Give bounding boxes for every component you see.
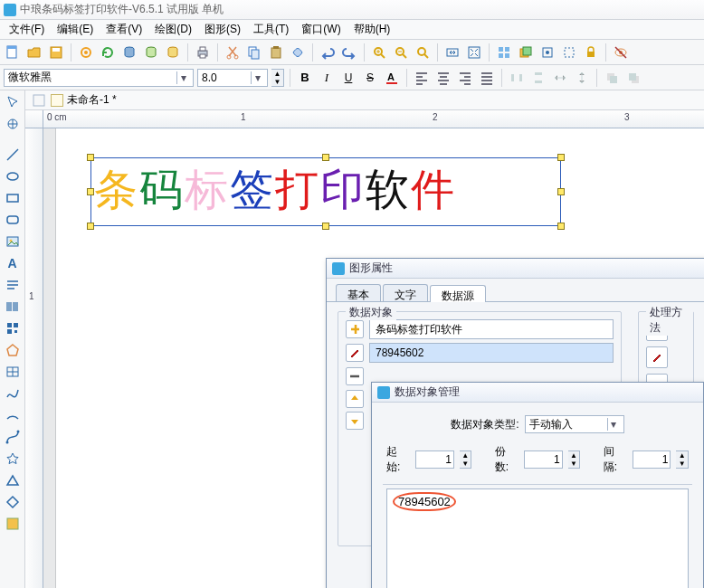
preview-icon[interactable] bbox=[612, 43, 630, 62]
spacing-icon[interactable] bbox=[551, 69, 569, 87]
barcode-tool-icon[interactable] bbox=[3, 297, 23, 317]
snap-icon[interactable] bbox=[538, 43, 557, 62]
open-icon[interactable] bbox=[25, 43, 43, 62]
align-left-icon[interactable] bbox=[413, 69, 431, 87]
database2-icon[interactable] bbox=[142, 43, 160, 62]
refresh-icon[interactable] bbox=[99, 43, 117, 62]
gear-icon[interactable] bbox=[77, 43, 95, 62]
method-edit-button[interactable] bbox=[646, 346, 668, 368]
doc-menu-icon[interactable] bbox=[31, 92, 47, 109]
resize-handle-s[interactable] bbox=[322, 223, 329, 230]
remove-data-button[interactable] bbox=[346, 367, 364, 385]
layers-icon[interactable] bbox=[517, 43, 535, 62]
menu-file[interactable]: 文件(F) bbox=[4, 20, 50, 39]
menu-window[interactable]: 窗口(W) bbox=[296, 20, 346, 39]
new-doc-icon[interactable] bbox=[4, 43, 22, 62]
dialog-titlebar[interactable]: 数据对象管理 bbox=[372, 383, 703, 403]
print-icon[interactable] bbox=[194, 43, 212, 62]
move-down-button[interactable] bbox=[346, 412, 364, 430]
count-input[interactable]: 1 bbox=[524, 450, 563, 469]
underline-icon[interactable]: U bbox=[339, 69, 357, 87]
zoom-out-icon[interactable] bbox=[392, 43, 410, 62]
doc-tab-title[interactable]: 未命名-1 * bbox=[67, 92, 117, 108]
diamond-tool-icon[interactable] bbox=[3, 492, 23, 512]
gap-input[interactable]: 1 bbox=[633, 450, 671, 469]
resize-handle-sw[interactable] bbox=[87, 223, 94, 230]
content-textarea[interactable]: 78945602 bbox=[386, 488, 689, 588]
move-up-button[interactable] bbox=[346, 390, 364, 408]
zoom-in-icon[interactable] bbox=[370, 43, 388, 62]
polygon-tool-icon[interactable] bbox=[3, 340, 23, 360]
curve-tool-icon[interactable] bbox=[3, 384, 23, 403]
grid-icon[interactable] bbox=[495, 43, 513, 62]
zoom-fit-icon[interactable] bbox=[414, 43, 432, 62]
type-combo[interactable]: 手动输入 ▾ bbox=[525, 415, 624, 433]
tab-datasource[interactable]: 数据源 bbox=[430, 285, 486, 302]
arc-tool-icon[interactable] bbox=[3, 405, 23, 425]
resize-handle-e[interactable] bbox=[557, 188, 565, 195]
table-tool-icon[interactable] bbox=[3, 362, 23, 382]
line-tool-icon[interactable] bbox=[3, 145, 23, 165]
gap-spinner[interactable]: ▲▼ bbox=[676, 450, 689, 469]
data-object-manage-dialog[interactable]: 数据对象管理 数据对象类型: 手动输入 ▾ 起始: 1 ▲▼ 份数: 1 ▲▼ … bbox=[371, 382, 704, 588]
resize-handle-se[interactable] bbox=[557, 223, 565, 230]
align-right-icon[interactable] bbox=[456, 69, 474, 87]
database-icon[interactable] bbox=[120, 43, 138, 62]
menu-tools[interactable]: 工具(T) bbox=[248, 20, 294, 39]
data-row-0[interactable]: 条码标签打印软件 bbox=[346, 319, 614, 339]
menu-draw[interactable]: 绘图(D) bbox=[149, 20, 197, 39]
star-tool-icon[interactable] bbox=[3, 449, 23, 469]
menu-shape[interactable]: 图形(S) bbox=[199, 20, 246, 39]
delete-icon[interactable] bbox=[289, 43, 307, 62]
image-tool-icon[interactable] bbox=[3, 232, 23, 251]
save-icon[interactable] bbox=[47, 43, 65, 62]
text-tool-icon[interactable]: A bbox=[3, 253, 23, 273]
lock-icon[interactable] bbox=[582, 43, 600, 62]
copy-icon[interactable] bbox=[245, 43, 263, 62]
resize-handle-n[interactable] bbox=[322, 154, 329, 161]
dist-h-icon[interactable] bbox=[508, 69, 526, 87]
menu-help[interactable]: 帮助(H) bbox=[348, 20, 396, 39]
bold-icon[interactable]: B bbox=[296, 69, 314, 87]
menu-view[interactable]: 查看(V) bbox=[100, 20, 147, 39]
roundrect-tool-icon[interactable] bbox=[3, 210, 23, 230]
arrow-tool-icon[interactable] bbox=[3, 92, 23, 112]
resize-handle-ne[interactable] bbox=[557, 154, 565, 161]
panel-titlebar[interactable]: 图形属性 bbox=[327, 259, 704, 279]
bezier-tool-icon[interactable] bbox=[3, 427, 23, 447]
menu-edit[interactable]: 编辑(E) bbox=[52, 20, 99, 39]
bring-front-icon[interactable] bbox=[603, 69, 621, 87]
redo-icon[interactable] bbox=[340, 43, 358, 62]
qrcode-tool-icon[interactable] bbox=[3, 318, 23, 338]
text-object[interactable]: 条码标签打印软件 bbox=[94, 161, 456, 219]
richtext-tool-icon[interactable] bbox=[3, 275, 23, 295]
text-color-icon[interactable]: A bbox=[383, 69, 401, 87]
color-tool-icon[interactable] bbox=[3, 514, 23, 534]
resize-handle-w[interactable] bbox=[87, 188, 94, 195]
strike-icon[interactable]: S bbox=[361, 69, 379, 87]
align-justify-icon[interactable] bbox=[478, 69, 496, 87]
count-spinner[interactable]: ▲▼ bbox=[568, 450, 581, 469]
italic-icon[interactable]: I bbox=[318, 69, 336, 87]
guides-icon[interactable] bbox=[560, 43, 578, 62]
database3-icon[interactable] bbox=[164, 43, 182, 62]
add-data-button[interactable] bbox=[346, 320, 364, 338]
triangle-tool-icon[interactable] bbox=[3, 470, 23, 490]
dist-v-icon[interactable] bbox=[529, 69, 547, 87]
data-row-1[interactable]: 78945602 bbox=[346, 343, 614, 363]
font-name-combo[interactable]: 微软雅黑 ▾ bbox=[4, 69, 194, 87]
tab-text[interactable]: 文字 bbox=[383, 284, 428, 301]
pan-tool-icon[interactable] bbox=[3, 114, 23, 134]
font-size-combo[interactable]: 8.0 ▾ bbox=[197, 69, 268, 87]
font-size-spinner[interactable]: ▲▼ bbox=[271, 69, 284, 87]
edit-data-button[interactable] bbox=[346, 344, 364, 362]
start-input[interactable]: 1 bbox=[415, 450, 454, 469]
tab-basic[interactable]: 基本 bbox=[336, 284, 381, 301]
rect-tool-icon[interactable] bbox=[3, 188, 23, 208]
fit-page-icon[interactable] bbox=[465, 43, 483, 62]
spacing2-icon[interactable] bbox=[573, 69, 591, 87]
fit-width-icon[interactable] bbox=[443, 43, 461, 62]
ellipse-tool-icon[interactable] bbox=[3, 166, 23, 186]
cut-icon[interactable] bbox=[224, 43, 242, 62]
resize-handle-nw[interactable] bbox=[87, 154, 94, 161]
